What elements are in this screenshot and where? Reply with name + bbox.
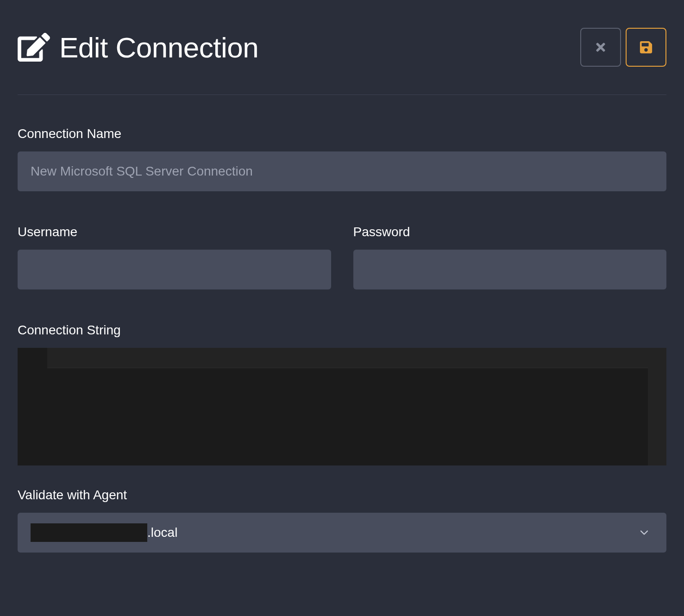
chevron-down-icon <box>638 526 651 539</box>
validate-agent-suffix: .local <box>147 525 177 540</box>
code-gutter <box>18 348 47 465</box>
page-title-wrap: Edit Connection <box>18 31 258 64</box>
edit-icon <box>18 31 50 63</box>
group-connection-name: Connection Name <box>18 126 666 191</box>
save-icon <box>639 40 653 54</box>
password-input[interactable] <box>353 250 667 289</box>
connection-string-input[interactable] <box>47 348 648 465</box>
label-validate-agent: Validate with Agent <box>18 488 666 503</box>
close-button[interactable] <box>580 28 621 67</box>
edit-connection-page: Edit Connection Connection Na <box>0 0 684 571</box>
label-connection-name: Connection Name <box>18 126 666 141</box>
validate-agent-select[interactable]: .local <box>18 513 666 553</box>
username-input[interactable] <box>18 250 331 289</box>
label-connection-string: Connection String <box>18 323 666 338</box>
validate-agent-value: .local <box>31 523 177 542</box>
page-title: Edit Connection <box>59 31 258 64</box>
connection-string-editor <box>18 348 666 465</box>
header-actions <box>580 28 666 67</box>
row-credentials: Username Password <box>18 225 666 289</box>
page-header: Edit Connection <box>18 28 666 67</box>
redacted-hostname <box>31 523 147 542</box>
row-connection-name: Connection Name <box>18 126 666 191</box>
code-scrollbar[interactable] <box>648 348 666 465</box>
header-divider <box>18 94 666 95</box>
group-username: Username <box>18 225 331 289</box>
group-connection-string: Connection String <box>18 323 666 465</box>
connection-name-input[interactable] <box>18 151 666 191</box>
label-password: Password <box>353 225 667 239</box>
label-username: Username <box>18 225 331 239</box>
close-icon <box>594 41 607 54</box>
group-validate-agent: Validate with Agent .local <box>18 488 666 553</box>
save-button[interactable] <box>626 28 666 67</box>
group-password: Password <box>353 225 667 289</box>
